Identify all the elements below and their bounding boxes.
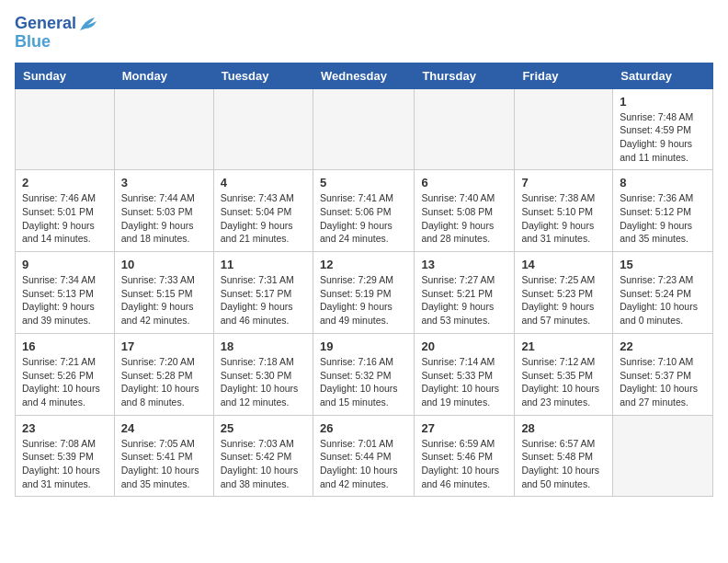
calendar-cell: 5Sunrise: 7:41 AM Sunset: 5:06 PM Daylig… <box>313 170 414 252</box>
day-number: 7 <box>521 176 606 190</box>
day-info: Sunrise: 7:05 AM Sunset: 5:41 PM Dayligh… <box>121 437 207 491</box>
day-number: 23 <box>22 421 108 435</box>
header-sunday: Sunday <box>16 63 115 88</box>
calendar-cell <box>613 415 713 497</box>
day-number: 18 <box>221 339 306 353</box>
week-row-1: 2Sunrise: 7:46 AM Sunset: 5:01 PM Daylig… <box>16 170 713 252</box>
calendar-cell: 10Sunrise: 7:33 AM Sunset: 5:15 PM Dayli… <box>114 252 213 334</box>
calendar-cell: 9Sunrise: 7:34 AM Sunset: 5:13 PM Daylig… <box>16 252 115 334</box>
day-info: Sunrise: 7:43 AM Sunset: 5:04 PM Dayligh… <box>221 191 306 246</box>
day-number: 21 <box>521 339 606 353</box>
day-info: Sunrise: 7:44 AM Sunset: 5:03 PM Dayligh… <box>121 191 207 246</box>
week-row-2: 9Sunrise: 7:34 AM Sunset: 5:13 PM Daylig… <box>16 252 713 334</box>
calendar-cell <box>313 88 414 170</box>
day-info: Sunrise: 7:34 AM Sunset: 5:13 PM Dayligh… <box>22 273 108 327</box>
calendar-cell: 1Sunrise: 7:48 AM Sunset: 4:59 PM Daylig… <box>613 88 713 170</box>
day-number: 11 <box>221 258 306 271</box>
header-wednesday: Wednesday <box>313 63 414 88</box>
day-number: 5 <box>320 176 407 190</box>
calendar-cell: 17Sunrise: 7:20 AM Sunset: 5:28 PM Dayli… <box>114 333 213 415</box>
day-info: Sunrise: 7:48 AM Sunset: 4:59 PM Dayligh… <box>620 110 706 165</box>
day-info: Sunrise: 7:36 AM Sunset: 5:12 PM Dayligh… <box>620 191 706 246</box>
day-info: Sunrise: 6:59 AM Sunset: 5:46 PM Dayligh… <box>421 437 507 491</box>
day-number: 28 <box>521 421 606 435</box>
day-number: 13 <box>421 258 507 271</box>
header-saturday: Saturday <box>613 63 713 88</box>
calendar-cell: 11Sunrise: 7:31 AM Sunset: 5:17 PM Dayli… <box>213 252 313 334</box>
logo-blue: Blue <box>15 32 51 51</box>
day-info: Sunrise: 7:31 AM Sunset: 5:17 PM Dayligh… <box>221 273 306 327</box>
day-info: Sunrise: 7:29 AM Sunset: 5:19 PM Dayligh… <box>320 273 407 327</box>
logo-bird-icon <box>78 16 98 32</box>
calendar-cell: 3Sunrise: 7:44 AM Sunset: 5:03 PM Daylig… <box>114 170 213 252</box>
calendar-body: 1Sunrise: 7:48 AM Sunset: 4:59 PM Daylig… <box>16 88 713 497</box>
calendar-cell: 23Sunrise: 7:08 AM Sunset: 5:39 PM Dayli… <box>16 415 115 497</box>
calendar-cell: 4Sunrise: 7:43 AM Sunset: 5:04 PM Daylig… <box>213 170 313 252</box>
day-info: Sunrise: 7:27 AM Sunset: 5:21 PM Dayligh… <box>421 273 507 327</box>
calendar-cell <box>114 88 213 170</box>
logo: General Blue <box>15 15 98 52</box>
calendar-cell <box>213 88 313 170</box>
day-info: Sunrise: 7:41 AM Sunset: 5:06 PM Dayligh… <box>320 191 407 246</box>
calendar-cell: 19Sunrise: 7:16 AM Sunset: 5:32 PM Dayli… <box>313 333 414 415</box>
day-number: 22 <box>620 339 706 353</box>
day-info: Sunrise: 7:20 AM Sunset: 5:28 PM Dayligh… <box>121 355 207 409</box>
calendar-cell: 20Sunrise: 7:14 AM Sunset: 5:33 PM Dayli… <box>415 333 515 415</box>
day-number: 19 <box>320 339 407 353</box>
day-info: Sunrise: 7:03 AM Sunset: 5:42 PM Dayligh… <box>221 437 306 491</box>
calendar-cell: 12Sunrise: 7:29 AM Sunset: 5:19 PM Dayli… <box>313 252 414 334</box>
day-number: 17 <box>121 339 207 353</box>
calendar-cell <box>415 88 515 170</box>
calendar-cell: 8Sunrise: 7:36 AM Sunset: 5:12 PM Daylig… <box>613 170 713 252</box>
header-monday: Monday <box>114 63 213 88</box>
day-info: Sunrise: 7:40 AM Sunset: 5:08 PM Dayligh… <box>421 191 507 246</box>
calendar-cell: 13Sunrise: 7:27 AM Sunset: 5:21 PM Dayli… <box>415 252 515 334</box>
week-row-4: 23Sunrise: 7:08 AM Sunset: 5:39 PM Dayli… <box>16 415 713 497</box>
calendar-cell: 6Sunrise: 7:40 AM Sunset: 5:08 PM Daylig… <box>415 170 515 252</box>
day-number: 4 <box>221 176 306 190</box>
week-row-0: 1Sunrise: 7:48 AM Sunset: 4:59 PM Daylig… <box>16 88 713 170</box>
day-info: Sunrise: 7:33 AM Sunset: 5:15 PM Dayligh… <box>121 273 207 327</box>
calendar-cell: 28Sunrise: 6:57 AM Sunset: 5:48 PM Dayli… <box>515 415 613 497</box>
header-thursday: Thursday <box>415 63 515 88</box>
week-row-3: 16Sunrise: 7:21 AM Sunset: 5:26 PM Dayli… <box>16 333 713 415</box>
day-info: Sunrise: 7:14 AM Sunset: 5:33 PM Dayligh… <box>421 355 507 409</box>
day-number: 24 <box>121 421 207 435</box>
day-number: 14 <box>521 258 606 271</box>
calendar-cell: 16Sunrise: 7:21 AM Sunset: 5:26 PM Dayli… <box>16 333 115 415</box>
calendar-table: SundayMondayTuesdayWednesdayThursdayFrid… <box>15 63 713 498</box>
day-info: Sunrise: 7:23 AM Sunset: 5:24 PM Dayligh… <box>620 273 706 327</box>
calendar-cell: 26Sunrise: 7:01 AM Sunset: 5:44 PM Dayli… <box>313 415 414 497</box>
day-number: 12 <box>320 258 407 271</box>
calendar-cell: 15Sunrise: 7:23 AM Sunset: 5:24 PM Dayli… <box>613 252 713 334</box>
day-info: Sunrise: 7:16 AM Sunset: 5:32 PM Dayligh… <box>320 355 407 409</box>
day-info: Sunrise: 7:12 AM Sunset: 5:35 PM Dayligh… <box>521 355 606 409</box>
calendar-cell: 27Sunrise: 6:59 AM Sunset: 5:46 PM Dayli… <box>415 415 515 497</box>
header-tuesday: Tuesday <box>213 63 313 88</box>
day-number: 9 <box>22 258 108 271</box>
day-info: Sunrise: 7:10 AM Sunset: 5:37 PM Dayligh… <box>620 355 706 409</box>
day-number: 2 <box>22 176 108 190</box>
day-number: 15 <box>620 258 706 271</box>
day-info: Sunrise: 7:38 AM Sunset: 5:10 PM Dayligh… <box>521 191 606 246</box>
logo-general: General <box>15 15 76 33</box>
calendar-cell: 21Sunrise: 7:12 AM Sunset: 5:35 PM Dayli… <box>515 333 613 415</box>
day-info: Sunrise: 6:57 AM Sunset: 5:48 PM Dayligh… <box>521 437 606 491</box>
day-number: 26 <box>320 421 407 435</box>
day-info: Sunrise: 7:08 AM Sunset: 5:39 PM Dayligh… <box>22 437 108 491</box>
day-number: 6 <box>421 176 507 190</box>
day-number: 1 <box>620 95 706 109</box>
calendar-cell <box>16 88 115 170</box>
day-number: 10 <box>121 258 207 271</box>
day-info: Sunrise: 7:18 AM Sunset: 5:30 PM Dayligh… <box>221 355 306 409</box>
calendar-cell <box>515 88 613 170</box>
day-number: 20 <box>421 339 507 353</box>
calendar-cell: 14Sunrise: 7:25 AM Sunset: 5:23 PM Dayli… <box>515 252 613 334</box>
day-info: Sunrise: 7:46 AM Sunset: 5:01 PM Dayligh… <box>22 191 108 246</box>
calendar-header-row: SundayMondayTuesdayWednesdayThursdayFrid… <box>16 63 713 88</box>
day-number: 3 <box>121 176 207 190</box>
calendar-cell: 2Sunrise: 7:46 AM Sunset: 5:01 PM Daylig… <box>16 170 115 252</box>
calendar-cell: 18Sunrise: 7:18 AM Sunset: 5:30 PM Dayli… <box>213 333 313 415</box>
day-number: 25 <box>221 421 306 435</box>
day-info: Sunrise: 7:25 AM Sunset: 5:23 PM Dayligh… <box>521 273 606 327</box>
